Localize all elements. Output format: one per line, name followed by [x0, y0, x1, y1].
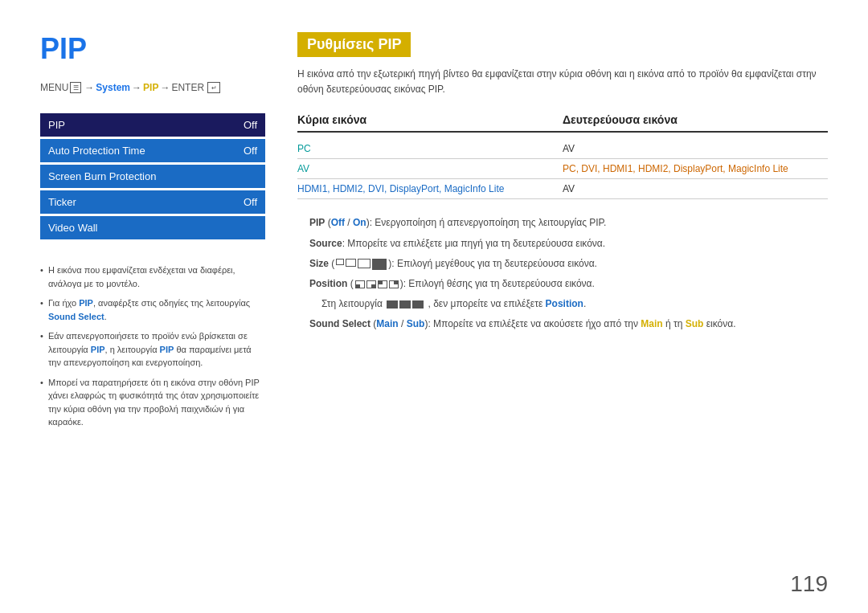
pos-icon-1: [355, 280, 365, 288]
pip-bold: PIP: [79, 298, 93, 308]
left-panel: PIP MENU ☰ → System → PIP → ENTER ↵ PIP …: [40, 32, 265, 589]
description-list: PIP (Off / On): Ενεργοποίηση ή απενεργοπ…: [297, 215, 828, 332]
note-1: Η εικόνα που εμφανίζεται ενδέχεται να δι…: [40, 264, 265, 290]
pip-bold3: PIP: [160, 345, 174, 354]
pip-value: Off: [244, 119, 257, 131]
sound-select-label: Sound Select: [309, 318, 371, 329]
size-icon-sm: [336, 259, 344, 265]
size-label: Size: [309, 258, 329, 269]
pip-off: Off: [331, 217, 345, 228]
desc-size: Size ( ): Επιλογή μεγέθους για τη δευτερ…: [297, 256, 828, 272]
pip-table: Κύρια εικόνα Δευτερεύουσα εικόνα PC AV A…: [297, 113, 828, 199]
menu-label: MENU: [40, 82, 68, 93]
size-icon-xl: [372, 259, 387, 270]
row2-col1: AV: [297, 163, 563, 174]
full-icon-2: [399, 300, 411, 309]
note-2: Για ήχο PIP, αναφέρξτε στις οδηγίες της …: [40, 296, 265, 323]
row2-col2: PC, DVI, HDMI1, HDMI2, DisplayPort, Magi…: [563, 163, 828, 174]
main-label: Main: [376, 318, 398, 329]
auto-protection-value: Off: [244, 145, 257, 157]
video-wall-label: Video Wall: [48, 222, 97, 234]
section-description: Η εικόνα από την εξωτερική πηγή βίντεο θ…: [297, 67, 828, 97]
auto-protection-label: Auto Protection Time: [48, 145, 145, 157]
menu-path: MENU ☰ → System → PIP → ENTER ↵: [40, 82, 265, 93]
page-number: 119: [790, 571, 828, 597]
menu-item-ticker[interactable]: Ticker Off: [40, 190, 265, 214]
ticker-label: Ticker: [48, 196, 76, 208]
col-header-main: Κύρια εικόνα: [297, 113, 563, 126]
pip-label: PIP: [48, 119, 65, 131]
sub-gold: Sub: [686, 318, 704, 329]
menu-item-screen-burn[interactable]: Screen Burn Protection: [40, 165, 265, 188]
table-header: Κύρια εικόνα Δευτερεύουσα εικόνα: [297, 113, 828, 133]
size-icon-lg: [358, 259, 371, 268]
desc-sound-select: Sound Select (Main / Sub): Μπορείτε να ε…: [297, 317, 828, 332]
screen-burn-label: Screen Burn Protection: [48, 170, 156, 182]
main-gold: Main: [641, 318, 662, 329]
table-row-1: PC AV: [297, 139, 828, 159]
pip-on: On: [353, 217, 366, 228]
pos-icon-3: [378, 280, 387, 288]
pip-link: PIP: [143, 82, 158, 93]
notes-section: Η εικόνα που εμφανίζεται ενδέχεται να δι…: [40, 264, 265, 429]
menu-item-video-wall[interactable]: Video Wall: [40, 216, 265, 239]
section-title: Ρυθμίσεις PIP: [297, 32, 411, 57]
desc-position: Position ( ): Επιλογή θέσης για τη δ: [297, 276, 828, 292]
right-panel: Ρυθμίσεις PIP Η εικόνα από την εξωτερική…: [297, 32, 828, 589]
menu-item-pip[interactable]: PIP Off: [40, 113, 265, 137]
desc-source: Source: Μπορείτε να επιλέξετε μια πηγή γ…: [297, 236, 828, 251]
position-highlight: Position: [546, 298, 583, 309]
desc-pip: PIP (Off / On): Ενεργοποίηση ή απενεργοπ…: [297, 215, 828, 231]
menu-item-auto-protection[interactable]: Auto Protection Time Off: [40, 139, 265, 162]
menu-icon: ☰: [70, 82, 81, 93]
position-icons: [355, 280, 399, 288]
size-icons: [336, 259, 387, 270]
full-icon-3: [412, 300, 424, 309]
full-icons: [387, 300, 424, 309]
pos-icon-4: [389, 280, 399, 288]
col-header-secondary: Δευτερεύουσα εικόνα: [563, 113, 828, 126]
row1-col2: AV: [563, 143, 828, 154]
ticker-value: Off: [244, 196, 257, 208]
desc-position-note: Στη λειτουργία , δεν μπορείτε να επιλέξε…: [297, 296, 828, 312]
enter-icon: ↵: [207, 82, 220, 93]
source-label: Source: [309, 238, 342, 249]
row3-col2: AV: [563, 183, 828, 194]
sound-select-bold: Sound Select: [48, 312, 104, 321]
position-label: Position: [309, 278, 347, 289]
pos-icon-2: [366, 280, 376, 288]
system-link: System: [96, 82, 130, 93]
menu-items: PIP Off Auto Protection Time Off Screen …: [40, 113, 265, 239]
note-3: Εάν απενεργοποιήσετε το προϊόν ενώ βρίσκ…: [40, 329, 265, 370]
row1-col1: PC: [297, 143, 563, 154]
sub-label: Sub: [407, 318, 425, 329]
note-4: Μπορεί να παρατηρήσετε ότι η εικόνα στην…: [40, 376, 265, 429]
page-title: PIP: [40, 32, 265, 66]
table-row-3: HDMI1, HDMI2, DVI, DisplayPort, MagicInf…: [297, 179, 828, 199]
pip-bold2: PIP: [91, 345, 105, 354]
full-icon-1: [387, 300, 398, 309]
row3-col1: HDMI1, HDMI2, DVI, DisplayPort, MagicInf…: [297, 183, 563, 194]
table-row-2: AV PC, DVI, HDMI1, HDMI2, DisplayPort, M…: [297, 159, 828, 179]
size-icon-md: [346, 259, 356, 267]
pip-label-bold: PIP: [309, 217, 325, 228]
